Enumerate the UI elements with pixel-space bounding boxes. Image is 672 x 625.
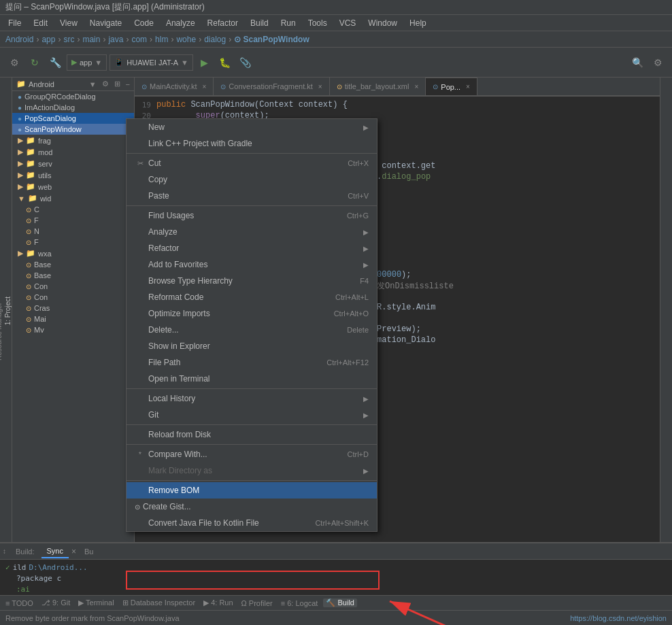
breadcrumb-app[interactable]: app [41,35,55,44]
tree-item-scan-pop[interactable]: ● ScanPopWindow [12,124,134,135]
tree-item-mv[interactable]: ⊙ Mv [12,324,134,335]
menu-run[interactable]: Run [275,17,301,29]
tree-folder-wxa[interactable]: ▶ 📁 wxa [12,248,134,259]
sidebar-tab-resource[interactable]: Resource Manager [0,300,3,363]
tree-item-c[interactable]: ⊙ C [12,204,134,215]
run-button[interactable]: ▶ [196,54,214,71]
ctx-add-favorites[interactable]: Add to Favorites ▶ [127,256,377,273]
menu-file[interactable]: File [3,17,27,29]
search-everywhere[interactable]: 🔍 [628,54,646,71]
menu-view[interactable]: View [54,17,83,29]
project-close-icon[interactable]: − [126,80,130,88]
menu-build[interactable]: Build [245,17,274,29]
tree-folder-mod[interactable]: ▶ 📁 mod [12,146,134,158]
tree-item-mai[interactable]: ⊙ Mai [12,314,134,324]
menu-edit[interactable]: Edit [28,17,53,29]
project-settings-icon[interactable]: ⚙ [102,80,109,88]
ctx-copy[interactable]: Copy [127,171,377,188]
attach-button[interactable]: 📎 [237,54,254,71]
breadcrumb-main[interactable]: main [82,35,100,44]
breadcrumb-hlm[interactable]: hlm [155,35,168,44]
menu-vcs[interactable]: VCS [334,17,362,29]
ctx-open-terminal[interactable]: Open in Terminal [127,371,377,387]
tab-profiler[interactable]: Ω Profiler [239,599,275,607]
sidebar-tab-project[interactable]: 1: Project [4,294,12,328]
tree-folder-web[interactable]: ▶ 📁 web [12,181,134,192]
ctx-cut[interactable]: ✂Cut Ctrl+X [127,155,377,171]
tab-todo[interactable]: ≡ TODO [3,599,36,607]
toolbar-run-config[interactable]: 🔧 [46,54,64,71]
device-selector[interactable]: 📱 HUAWEI JAT-A ▼ [110,54,193,71]
ctx-reformat[interactable]: Reformat Code Ctrl+Alt+L [127,289,377,305]
bottom-tab-build[interactable]: Build: [10,545,40,558]
ctx-refactor[interactable]: Refactor ▶ [127,240,377,256]
tab-close-2[interactable]: × [414,83,418,90]
menu-window[interactable]: Window [363,17,403,29]
breadcrumb-com[interactable]: com [131,35,147,44]
tree-item-f1[interactable]: ⊙ F [12,215,134,226]
ctx-compare-with[interactable]: *Compare With... Ctrl+D [127,446,377,462]
tab-git[interactable]: ⎇ 9: Git [39,598,73,607]
ctx-new[interactable]: New ▶ [127,119,377,135]
tab-pop[interactable]: ⊙ Pop... × [426,78,477,95]
tab-conversationfragment[interactable]: ⊙ ConversationFragment.kt × [214,78,329,95]
tab-db-inspector[interactable]: ⊞ Database Inspector [120,598,198,607]
breadcrumb-src[interactable]: src [63,35,74,44]
menu-tools[interactable]: Tools [303,17,333,29]
ctx-optimize-imports[interactable]: Optimize Imports Ctrl+Alt+O [127,305,377,322]
ctx-remove-bom[interactable]: Remove BOM [127,482,377,499]
tab-close-3[interactable]: × [466,83,470,90]
ctx-find-usages[interactable]: Find Usages Ctrl+G [127,207,377,224]
tree-item-group-qr[interactable]: ● GroupQRCodeDialog [12,91,134,102]
tab-terminal[interactable]: ▶ Terminal [75,598,116,607]
ctx-show-explorer[interactable]: Show in Explorer [127,338,377,354]
tree-item-base1[interactable]: ⊙ Base [12,259,134,270]
ctx-browse-hierarchy[interactable]: Browse Type Hierarchy F4 [127,273,377,289]
toolbar-settings[interactable]: ⚙ [5,54,23,71]
menu-refactor[interactable]: Refactor [202,17,243,29]
tree-item-f2[interactable]: ⊙ F [12,237,134,248]
menu-help[interactable]: Help [404,17,432,29]
tree-item-base2[interactable]: ⊙ Base [12,270,134,281]
ctx-link-cpp[interactable]: Link C++ Project with Gradle [127,135,377,152]
tree-folder-serv[interactable]: ▶ 📁 serv [12,158,134,169]
tree-item-con2[interactable]: ⊙ Con [12,292,134,303]
bottom-panel-expand[interactable]: ↕ [3,547,6,555]
app-selector[interactable]: ▶ app ▼ [67,54,107,71]
tab-mainactivity[interactable]: ⊙ MainActivity.kt × [135,78,214,95]
tree-folder-frag[interactable]: ▶ 📁 frag [12,135,134,146]
tab-close-0[interactable]: × [202,83,206,90]
ctx-convert-kotlin[interactable]: Convert Java File to Kotlin File Ctrl+Al… [127,515,377,531]
tab-build[interactable]: 🔨 Build [323,598,357,607]
breadcrumb-dialog[interactable]: dialog [204,35,226,44]
ctx-file-path[interactable]: File Path Ctrl+Alt+F12 [127,354,377,371]
tab-logcat[interactable]: ≡ 6: Logcat [278,599,321,607]
tree-item-con1[interactable]: ⊙ Con [12,281,134,292]
tree-item-cras[interactable]: ⊙ Cras [12,303,134,314]
breadcrumb-wohe[interactable]: wohe [176,35,196,44]
ctx-local-history[interactable]: Local History ▶ [127,390,377,407]
debug-button[interactable]: 🐛 [216,54,234,71]
tree-item-n[interactable]: ⊙ N [12,226,134,237]
ctx-paste[interactable]: Paste Ctrl+V [127,188,377,204]
tab-close-1[interactable]: × [318,83,322,90]
tree-folder-wid[interactable]: ▼ 📁 wid [12,192,134,204]
breadcrumb-current[interactable]: ⊙ ScanPopWindow [234,35,309,44]
breadcrumb-java[interactable]: java [108,35,123,44]
bottom-tab-sync[interactable]: Sync [41,545,69,558]
toolbar-sync[interactable]: ↻ [26,54,44,71]
ctx-reload-disk[interactable]: Reload from Disk [127,426,377,443]
menu-code[interactable]: Code [129,17,159,29]
tree-folder-utils[interactable]: ▶ 📁 utils [12,169,134,181]
tree-item-im-action[interactable]: ● ImActionDialog [12,102,134,113]
settings-button[interactable]: ⚙ [649,54,667,71]
ctx-delete[interactable]: Delete... Delete [127,322,377,338]
bottom-tab-bu[interactable]: Bu [79,545,99,558]
tab-titlebar[interactable]: ⊙ title_bar_layout.xml × [330,78,426,95]
ctx-create-gist[interactable]: ⊙Create Gist... [127,499,377,515]
menu-analyze[interactable]: Analyze [161,17,201,29]
project-layout-icon[interactable]: ⊞ [114,80,120,88]
ctx-git[interactable]: Git ▶ [127,407,377,423]
tree-item-pop-scan[interactable]: ● PopScanDialog [12,113,134,124]
menu-navigate[interactable]: Navigate [84,17,127,29]
